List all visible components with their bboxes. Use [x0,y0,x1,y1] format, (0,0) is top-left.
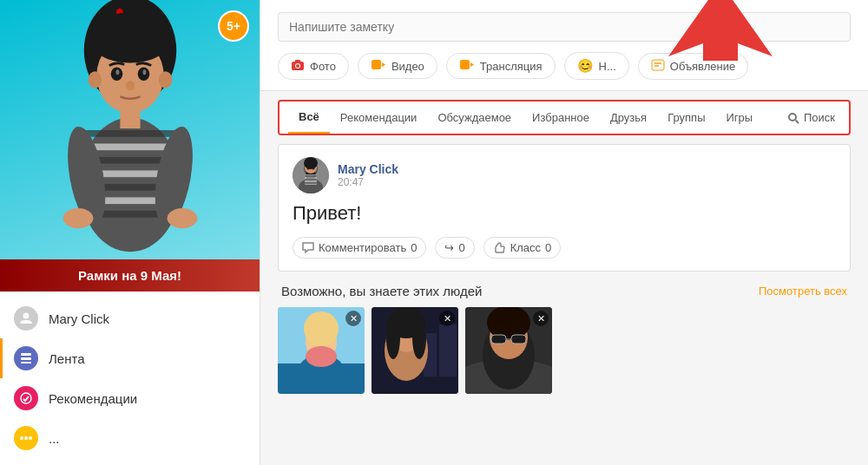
post-photo-label: Фото [310,60,336,73]
svg-point-23 [126,80,135,90]
user-avatar-icon [14,306,38,331]
svg-point-22 [142,69,146,75]
post-ad-button[interactable]: Объявление [638,53,748,80]
person-close-2[interactable]: ✕ [439,311,455,326]
post-ad-label: Объявление [670,60,735,73]
may-banner[interactable]: Рамки на 9 Мая! [0,259,260,291]
svg-point-61 [304,311,339,346]
svg-marker-38 [382,62,385,67]
svg-rect-18 [120,107,140,128]
post-mood-label: Н... [599,60,616,73]
post-time: 20:47 [338,176,398,188]
tab-favorites[interactable]: Избранное [522,102,600,133]
sidebar-item-feed[interactable]: Лента [0,338,260,378]
sidebar-item-recommendations[interactable]: Рекомендации [0,378,260,418]
like-icon [493,242,506,254]
svg-rect-53 [305,182,317,184]
svg-rect-66 [439,324,457,377]
person-close-1[interactable]: ✕ [345,311,361,326]
svg-marker-40 [470,62,474,67]
sidebar-menu: Mary Click Лента Рекомендации [0,291,260,465]
post-like-label: Класс [510,241,541,254]
sidebar-item-mary-click[interactable]: Mary Click [0,298,260,338]
svg-point-16 [62,208,93,228]
person-close-3[interactable]: ✕ [533,311,549,326]
people-view-all-button[interactable]: Посмотреть всех [759,285,847,298]
person-card-3[interactable]: ✕ [465,307,552,394]
post-input-area: Фото Видео [260,0,868,91]
post-like-count: 0 [545,241,551,254]
post-photo-button[interactable]: Фото [278,53,349,80]
post-input[interactable] [278,12,851,42]
sidebar-item-more[interactable]: ... [0,418,260,458]
main-content: Фото Видео [260,0,868,465]
search-icon [787,112,799,124]
svg-rect-36 [295,60,300,62]
person-card-1[interactable]: ✕ [278,307,365,394]
svg-point-24 [23,313,30,319]
svg-point-71 [412,316,426,359]
profile-image [43,0,217,259]
sidebar-label-feed: Лента [49,351,85,366]
comment-icon [302,242,314,253]
video-icon [371,59,386,73]
camera-icon [291,59,305,74]
post-username[interactable]: Mary Click [338,162,398,176]
svg-point-17 [167,208,197,228]
post-header: Mary Click 20:47 [293,157,836,193]
svg-point-35 [296,64,299,68]
tab-games[interactable]: Игры [715,102,763,133]
people-section: Возможно, вы знаете этих людей Посмотрет… [278,284,851,403]
tab-recommendations[interactable]: Рекомендации [330,102,428,133]
post-video-button[interactable]: Видео [358,53,437,79]
svg-point-30 [24,436,28,440]
post-share-count: 0 [458,241,464,254]
feed-search-button[interactable]: Поиск [782,102,840,133]
post-user-info: Mary Click 20:47 [338,162,398,188]
sidebar-label-recommendations: Рекомендации [49,391,137,406]
feed-tabs: Всё Рекомендации Обсуждаемое Избранное Д… [278,100,851,135]
svg-point-3 [88,12,172,62]
svg-rect-78 [511,335,526,344]
sidebar: 5+ Рамки на 9 Мая! Mary Click [0,0,260,465]
svg-point-28 [21,393,31,403]
svg-rect-77 [491,335,506,344]
profile-photo [0,0,260,259]
svg-point-44 [789,114,796,121]
recommendations-icon [14,386,38,410]
svg-point-31 [29,436,32,440]
svg-rect-25 [21,353,31,356]
people-header: Возможно, вы знаете этих людей Посмотрет… [278,284,851,298]
tab-all[interactable]: Всё [288,102,330,134]
svg-point-57 [312,167,315,170]
svg-rect-26 [21,357,31,360]
svg-rect-27 [21,362,31,363]
post-mood-button[interactable]: 😊 Н... [564,52,629,80]
svg-rect-52 [305,179,317,180]
person-card-2[interactable]: ✕ [372,307,458,394]
stream-icon [459,59,475,73]
people-grid: ✕ [278,307,851,394]
sidebar-label-mary-click: Mary Click [49,311,109,326]
ad-icon [651,59,665,74]
mood-icon: 😊 [577,58,594,74]
post-stream-label: Трансляция [480,60,542,73]
post-user-avatar-img [293,157,329,193]
post-stream-button[interactable]: Трансляция [446,53,556,79]
svg-point-5 [158,71,171,88]
post-share-button[interactable]: ↪ 0 [435,237,474,259]
svg-point-21 [115,69,119,75]
post-video-label: Видео [391,60,424,73]
profile-banner: 5+ [0,0,260,259]
feed-section: Всё Рекомендации Обсуждаемое Избранное Д… [260,91,868,465]
people-title: Возможно, вы знаете этих людей [281,284,482,298]
svg-line-45 [795,120,799,123]
tab-friends[interactable]: Друзья [600,102,657,133]
post-like-button[interactable]: Класс 0 [483,237,562,259]
svg-point-4 [88,71,101,88]
tab-discussed[interactable]: Обсуждаемое [427,102,522,133]
more-icon [14,426,38,450]
post-comment-button[interactable]: Комментировать 0 [293,237,426,259]
post-avatar[interactable] [293,157,329,193]
tab-groups[interactable]: Группы [657,102,715,133]
